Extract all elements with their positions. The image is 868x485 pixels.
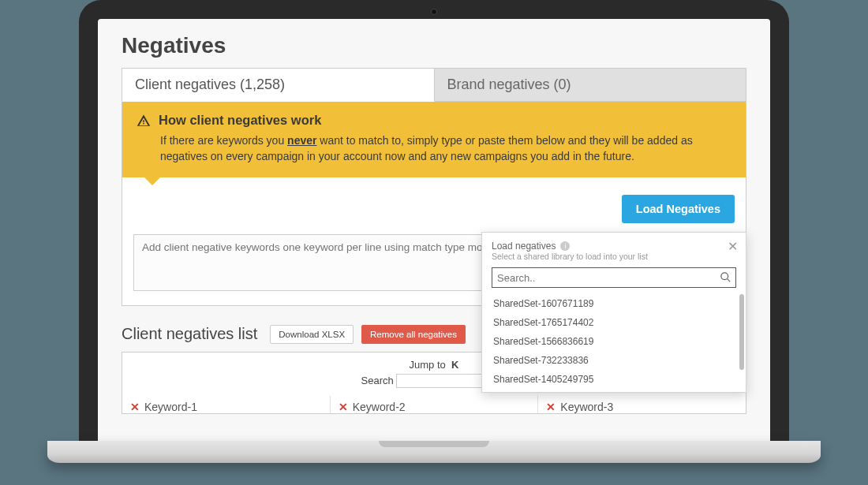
keyword-column: ✕ Keyword-2 [331, 396, 539, 413]
info-banner-description: If there are keywords you never want to … [137, 132, 731, 165]
page-title: Negatives [122, 33, 746, 58]
info-desc-pre: If there are keywords you [160, 134, 287, 147]
keyword-text: Keyword-2 [353, 401, 406, 413]
popup-title: Load negatives i [492, 241, 736, 252]
popup-subtitle: Select a shared library to load into you… [492, 252, 736, 261]
close-icon: ✕ [728, 240, 738, 253]
popup-search-input[interactable] [492, 267, 736, 288]
keyword-text: Keyword-3 [560, 401, 613, 413]
shared-set-option[interactable]: SharedSet-1765174402 [492, 313, 736, 332]
shared-set-option[interactable]: SharedSet-1566836619 [492, 332, 736, 351]
keyword-column: ✕ Keyword-1 [122, 396, 331, 413]
app-screen: Negatives Client negatives (1,258) Brand… [98, 19, 770, 442]
close-popup-button[interactable]: ✕ [728, 239, 738, 254]
keyword-item[interactable]: ✕ Keyword-1 [130, 401, 322, 413]
jump-to-letter[interactable]: K [451, 359, 458, 371]
info-banner-heading: How client negatives work [137, 113, 731, 128]
info-banner: How client negatives work If there are k… [122, 102, 746, 177]
scrollbar-thumb[interactable] [739, 294, 744, 370]
keyword-text: Keyword-1 [144, 401, 197, 413]
svg-line-1 [727, 278, 730, 282]
shared-set-option[interactable]: SharedSet-1607671189 [492, 294, 736, 313]
laptop-base [47, 441, 821, 463]
popup-list[interactable]: SharedSet-1607671189 SharedSet-176517440… [492, 294, 736, 387]
load-negatives-popup: ✕ Load negatives i Select a shared libra… [481, 232, 746, 393]
download-xlsx-button[interactable]: Download XLSX [270, 325, 354, 344]
jump-to-label: Jump to [410, 359, 446, 371]
remove-icon[interactable]: ✕ [130, 401, 140, 413]
popup-search-wrap [492, 267, 736, 288]
tabs: Client negatives (1,258) Brand negatives… [122, 68, 746, 102]
camera-icon [431, 9, 437, 15]
remove-icon[interactable]: ✕ [339, 401, 348, 413]
svg-point-0 [721, 273, 728, 280]
info-banner-heading-text: How client negatives work [159, 113, 321, 128]
tab-client-negatives[interactable]: Client negatives (1,258) [122, 68, 435, 102]
remove-all-negatives-button[interactable]: Remove all negatives [361, 325, 466, 344]
popup-title-text: Load negatives [492, 241, 556, 252]
list-search-label: Search [361, 375, 394, 386]
warning-icon [137, 114, 151, 128]
remove-icon[interactable]: ✕ [546, 401, 556, 413]
list-title: Client negatives list [122, 325, 257, 343]
keyword-item[interactable]: ✕ Keyword-3 [546, 401, 738, 413]
info-desc-bold: never [287, 134, 316, 147]
shared-set-option[interactable]: SharedSet-732233836 [492, 351, 736, 370]
info-icon[interactable]: i [560, 241, 570, 251]
keyword-columns: ✕ Keyword-1 ✕ Keyword-2 ✕ Keyword- [122, 396, 746, 413]
shared-set-option[interactable]: SharedSet-1405249795 [492, 370, 736, 387]
search-icon [720, 271, 731, 283]
keyword-column: ✕ Keyword-3 [538, 396, 746, 413]
keyword-item[interactable]: ✕ Keyword-2 [339, 401, 530, 413]
laptop-frame: Negatives Client negatives (1,258) Brand… [79, 0, 789, 442]
action-row: Load Negatives [122, 177, 746, 231]
tab-brand-negatives[interactable]: Brand negatives (0) [435, 68, 747, 102]
load-negatives-button[interactable]: Load Negatives [622, 195, 735, 223]
